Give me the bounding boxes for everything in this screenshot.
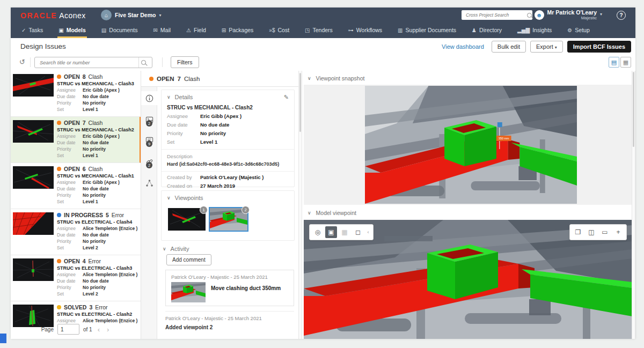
issue-card[interactable]: OPEN8Clash STRUC vs MECHANICAL - Clash3 …	[11, 71, 141, 117]
bulk-edit-button[interactable]: Bulk edit	[492, 41, 526, 53]
top-nav: ORACLEAconex ⌂ Five Star Demo ▾ ☻ Mr Pat…	[11, 8, 635, 24]
issue-card-selected[interactable]: OPEN7Clash STRUC vs MECHANICAL - Clash2 …	[11, 117, 141, 163]
nav-item-tasks[interactable]: ✓Tasks	[20, 24, 44, 38]
issue-title: STRUC vs ELECTRICAL - Clash3	[57, 265, 139, 271]
nav-item-packages[interactable]: ⊞Packages	[221, 24, 255, 38]
nav-item-insights[interactable]: ▂▅▇Insights	[516, 24, 553, 38]
copy-icon[interactable]: ❐	[572, 226, 584, 238]
nav-item-models[interactable]: ▣Models	[57, 24, 87, 38]
issue-number: 3	[89, 304, 92, 310]
issue-status: OPEN	[64, 258, 80, 264]
prev-page-button[interactable]: ‹	[96, 325, 101, 334]
created-on-label: Created on	[167, 183, 200, 189]
cross-project-search-input[interactable]	[465, 11, 527, 19]
edit-icon[interactable]: ✎	[284, 94, 289, 101]
viewpoints-section-header[interactable]: ∨Viewpoints	[162, 191, 294, 201]
activity-comment-card: Patrick O'Leary - Majestic - 25 March 20…	[165, 270, 294, 306]
nav-item-directory[interactable]: ♟Directory	[471, 24, 503, 38]
page-input[interactable]	[57, 324, 79, 335]
divider	[30, 57, 31, 67]
issue-thumbnail	[13, 166, 54, 189]
issue-list: OPEN8Clash STRUC vs MECHANICAL - Clash3 …	[11, 71, 141, 339]
nav-item-documents[interactable]: ▤Documents	[100, 24, 139, 38]
comment-text: Move clashing duct 350mm	[211, 285, 281, 291]
page-header: Design Issues View dashboard Bulk edit E…	[11, 38, 635, 55]
screenshot: { "topbar": { "brand_oracle": "ORACLE", …	[0, 0, 644, 348]
activity-entry: Patrick O'Leary - Majestic - 25 March 20…	[165, 311, 294, 330]
divider	[162, 57, 163, 67]
nav-item-workflows[interactable]: ⊶Workflows	[347, 24, 383, 38]
details-section-header[interactable]: ∨Details	[162, 90, 294, 100]
pagination: Page of 1 ‹ ›	[11, 324, 141, 335]
scrollbar-thumb[interactable]	[299, 73, 301, 132]
oracle-aconex-logo[interactable]: ORACLEAconex	[20, 11, 86, 20]
import-bcf-issues-button[interactable]: Import BCF Issues	[567, 41, 631, 53]
refresh-icon[interactable]: ↺	[19, 58, 25, 66]
project-switcher[interactable]: ⌂ Five Star Demo ▾	[101, 10, 161, 20]
nav-item-tenders[interactable]: ◳Tenders	[304, 24, 334, 38]
activity-section-header[interactable]: ∨Activity	[163, 246, 189, 252]
issue-card[interactable]: OPEN4Error STRUC vs ELECTRICAL - Clash3 …	[11, 255, 141, 301]
issue-detail-panel: OPEN 7 Clash 2 9 2	[141, 71, 298, 339]
collapse-toolbar-icon[interactable]: ‹	[365, 226, 371, 238]
created-by-value: Patrick O'Leary (Majestic )	[200, 174, 264, 180]
nav-item-field[interactable]: ⚠Field	[185, 24, 207, 38]
workflows-icon: ⊶	[348, 27, 354, 33]
images-count-badge: 2	[146, 120, 152, 127]
right-scrollbar[interactable]	[632, 71, 635, 339]
list-view-toggle[interactable]: ▤	[609, 57, 619, 68]
view-dashboard-link[interactable]: View dashboard	[442, 43, 484, 50]
issue-search	[34, 57, 152, 68]
viewpoint-snapshot-image[interactable]: 350 mm	[365, 86, 577, 204]
next-page-button[interactable]: ›	[105, 325, 111, 334]
nav-item-supplier-documents[interactable]: ▥Supplier Documents	[397, 24, 457, 38]
detail-title: STRUC vs MECHANICAL - Clash2	[167, 105, 294, 110]
model-view-icon[interactable]: ▦	[339, 226, 350, 238]
description-label: Description	[167, 153, 294, 159]
nav-item-mail[interactable]: ✉Mail	[152, 24, 172, 38]
info-tab[interactable]	[141, 91, 157, 105]
model-view-active-icon[interactable]: ▣	[325, 226, 337, 238]
issue-thumbnail	[13, 74, 54, 97]
issue-type: Error	[95, 304, 107, 310]
issue-type: Clash	[89, 73, 103, 80]
related-models-tab[interactable]	[141, 176, 157, 190]
detail-scrollbar[interactable]	[298, 71, 302, 339]
model-viewpoint-viewer[interactable]: ◎ ▣ ▦ ◻ ‹ ❐ ◫ ▭ +	[304, 220, 632, 339]
viewpoint-thumbnail-2[interactable]: 2	[210, 208, 247, 231]
viewpoint-thumbnail-1[interactable]: 1	[168, 208, 206, 231]
model-viewpoint-header[interactable]: ∨Model viewpoint	[308, 210, 356, 216]
grid-view-toggle[interactable]: ▦	[620, 57, 631, 68]
oracle-wordmark: ORACLE	[20, 11, 57, 20]
search-icon[interactable]	[138, 57, 152, 68]
viewpoint-panels: ∨Viewpoint snapshot	[303, 71, 635, 339]
focus-icon[interactable]: ◎	[312, 226, 324, 238]
documents-icon: ▤	[101, 27, 106, 33]
scrollbar-thumb[interactable]	[633, 72, 634, 147]
user-menu[interactable]: ☻ Mr Patrick O'Leary Majestic ▾	[535, 10, 602, 20]
issue-card[interactable]: IN PROGRESS5Error STRUC vs ELECTRICAL - …	[11, 209, 141, 255]
cost-icon: »$	[269, 27, 275, 33]
details-section: ∨Details ✎ STRUC vs MECHANICAL - Clash2 …	[161, 90, 295, 187]
comment-thumbnail[interactable]	[171, 282, 206, 302]
filters-button[interactable]: Filters	[171, 56, 199, 68]
model-view-outline-icon[interactable]: ◻	[352, 226, 364, 238]
cube-icon[interactable]: ◫	[586, 226, 597, 238]
nav-item-setup[interactable]: ⚙Setup	[566, 24, 590, 38]
export-button[interactable]: Export▾	[530, 41, 563, 53]
zoom-in-icon[interactable]: +	[612, 226, 624, 238]
viewpoint-snapshot-header[interactable]: ∨Viewpoint snapshot	[308, 75, 364, 82]
search-icon[interactable]	[527, 13, 532, 18]
issue-search-input[interactable]	[39, 59, 138, 66]
nav-item-cost[interactable]: »$Cost	[268, 24, 290, 38]
user-name: Mr Patrick O'Leary	[547, 10, 597, 16]
comments-count-badge: 9	[146, 140, 152, 147]
chevron-down-icon: ∨	[167, 195, 171, 201]
activity-text: Added viewpoint 2	[165, 324, 294, 330]
issue-card[interactable]: OPEN6Clash STRUC vs MECHANICAL - Clash1 …	[11, 163, 141, 209]
issue-type: Clash	[89, 120, 103, 126]
add-comment-button[interactable]: Add comment	[166, 254, 211, 265]
issue-number: 7	[83, 120, 86, 126]
measure-icon[interactable]: ▭	[599, 226, 611, 238]
help-button[interactable]: ?	[617, 11, 626, 20]
